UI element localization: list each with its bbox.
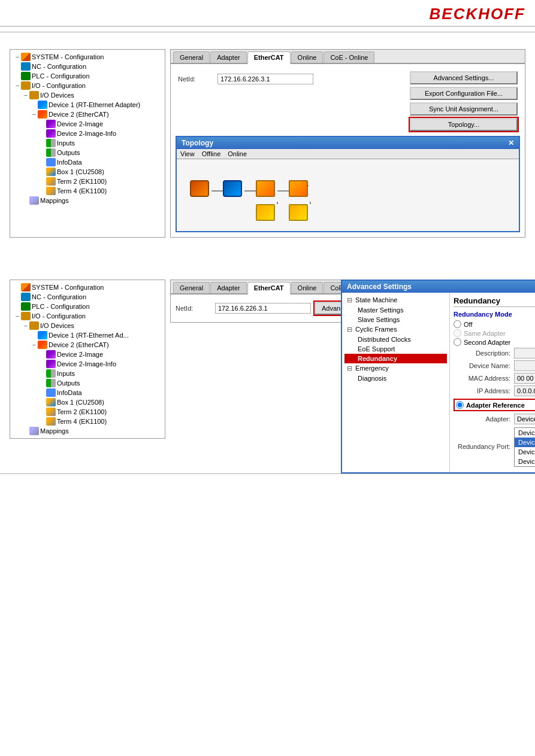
btn-sync-unit-assignment[interactable]: Sync Unit Assignment... <box>410 102 518 116</box>
tree-item-dev1[interactable]: Device 1 (RT-Ethernet Adapter) <box>13 100 162 110</box>
netid-input-1[interactable] <box>217 74 313 84</box>
btn-topology---[interactable]: Topology... <box>410 118 518 131</box>
topology-canvas: ← <box>177 159 519 231</box>
tree-label-nc2: NC - Configuration <box>32 293 162 300</box>
tree-label-inputs: Inputs <box>57 139 162 147</box>
tree-item-box1[interactable]: Box 1 (CU2508) <box>13 167 162 177</box>
tab-ethercat[interactable]: EtherCAT <box>247 51 291 64</box>
btn-export-configuration[interactable]: Export Configuration File... <box>410 87 518 100</box>
tree-label-outputsb: Outputs <box>57 379 162 387</box>
plc-icon <box>21 72 31 80</box>
tree-expander-iodev2[interactable]: − <box>22 322 29 329</box>
tree-item-outputsb[interactable]: Outputs <box>13 378 162 388</box>
field-input-0[interactable] <box>514 348 535 359</box>
topology-close-icon[interactable]: ✕ <box>508 139 514 147</box>
tree-item-box1b[interactable]: Box 1 (CU2508) <box>13 397 162 407</box>
dropdown-item-2[interactable]: Device 1 (RT-Ethernet Adapter) - Port 3 <box>515 447 535 457</box>
field-row-0: Description: <box>454 348 535 359</box>
tree-item-system2[interactable]: SYSTEM - Configuration <box>13 283 162 292</box>
adapter-dropdown[interactable]: Device 1 (RT-Ethernet Adapter) - Port 1D… <box>514 427 535 467</box>
settings-tree-item-slave-settings[interactable]: Slave Settings <box>344 315 447 324</box>
tree-item-dev2imgb[interactable]: Device 2-Image <box>13 350 162 359</box>
tab-adapter[interactable]: Adapter <box>210 51 247 63</box>
tree-item-term4[interactable]: Term 4 (EK1100) <box>13 186 162 196</box>
adapter-ref-label: Adapter Reference <box>466 402 525 409</box>
page-content: −SYSTEM - Configuration NC - Configurati… <box>0 37 535 457</box>
adapter-input[interactable] <box>514 414 535 424</box>
tree-item-plc2[interactable]: PLC - Configuration <box>13 302 162 311</box>
system-icon <box>21 283 31 292</box>
settings-tree-item-eoe-support[interactable]: EoE Support <box>344 344 447 354</box>
tree-expander-iodev[interactable]: − <box>22 92 29 99</box>
dropdown-item-0[interactable]: Device 1 (RT-Ethernet Adapter) - Port 1 <box>515 428 535 438</box>
radio-off[interactable] <box>454 320 461 328</box>
tab-ethercat[interactable]: EtherCAT <box>247 282 291 294</box>
tab-online[interactable]: Online <box>291 51 324 63</box>
tree-item-term2b[interactable]: Term 2 (EK1100) <box>13 407 162 417</box>
netid-input-2[interactable] <box>215 303 311 314</box>
settings-tree-item-distributed-clocks[interactable]: Distributed Clocks <box>344 335 447 344</box>
tree-label-dev2imgb: Device 2-Image <box>57 351 162 358</box>
tree-expander-dev2b[interactable]: − <box>31 341 38 348</box>
tree-expander-io2[interactable]: − <box>14 312 21 320</box>
tree-item-iodev2[interactable]: −I/O Devices <box>13 321 162 330</box>
tab-general[interactable]: General <box>173 51 210 63</box>
settings-tree-item-diagnosis[interactable]: Diagnosis <box>344 374 447 383</box>
settings-tree-item-state-machine[interactable]: ⊟ State Machine <box>344 295 447 305</box>
topology-menu-view[interactable]: View <box>180 150 195 157</box>
tab-online[interactable]: Online <box>291 282 324 293</box>
tree-item-io[interactable]: −I/O - Configuration <box>13 81 162 90</box>
adapter-ref-radio[interactable] <box>456 401 464 409</box>
field-input-2[interactable] <box>514 373 535 384</box>
info-icon <box>46 388 56 397</box>
tree-expander-system[interactable]: − <box>14 53 21 60</box>
tree-expander-io[interactable]: − <box>14 82 21 89</box>
tree-item-dev1b[interactable]: Device 1 (RT-Ethernet Ad... <box>13 330 162 340</box>
tree-item-mappings[interactable]: Mappings <box>13 196 162 205</box>
tree-item-dev2[interactable]: −Device 2 (EtherCAT) <box>13 110 162 119</box>
tree-item-infodata[interactable]: InfoData <box>13 157 162 167</box>
dropdown-item-1[interactable]: Device 1 (RT-Ethernet Adapter) - Port 2 <box>515 438 535 447</box>
topology-menu-offline[interactable]: Offline <box>202 150 221 157</box>
advanced-settings-window: Advanced Settings ✕ ⊟ State Machine Mast… <box>341 280 535 473</box>
radio-same-adapter[interactable] <box>454 329 461 337</box>
tree-item-nc2[interactable]: NC - Configuration <box>13 292 162 302</box>
tree-label-dev2imginf: Device 2-Image-Info <box>57 360 162 368</box>
settings-tree-item-redundancy[interactable]: Redundancy <box>344 354 447 363</box>
settings-tree-item-cyclic-frames[interactable]: ⊟ Cyclic Frames <box>344 324 447 335</box>
tree-item-nc[interactable]: NC - Configuration <box>13 62 162 71</box>
settings-tree-item-emergency[interactable]: ⊟ Emergency <box>344 363 447 374</box>
tree-item-plc[interactable]: PLC - Configuration <box>13 71 162 81</box>
tree-item-io2[interactable]: −I/O - Configuration <box>13 311 162 321</box>
radio-second-adapter[interactable] <box>454 338 461 346</box>
tree-expander-dev2[interactable]: − <box>31 111 38 118</box>
topology-menu-online[interactable]: Online <box>228 150 247 157</box>
tree-item-mappingsb[interactable]: Mappings <box>13 426 162 436</box>
dropdown-item-3[interactable]: Device 1 (RT-Ethernet Adapter) - Port 4 <box>515 457 535 466</box>
tree-label-nc: NC - Configuration <box>32 63 162 70</box>
settings-tree-item-master-settings[interactable]: Master Settings <box>344 305 447 315</box>
tree-item-term2[interactable]: Term 2 (EK1100) <box>13 177 162 186</box>
field-input-1[interactable] <box>514 360 535 371</box>
tree-item-dev2b[interactable]: −Device 2 (EtherCAT) <box>13 340 162 350</box>
tree-item-infodatab[interactable]: InfoData <box>13 388 162 397</box>
tab-adapter[interactable]: Adapter <box>210 282 247 293</box>
tree-item-inputs[interactable]: Inputs <box>13 138 162 148</box>
tree-item-dev2imginfo[interactable]: Device 2-Image-Info <box>13 129 162 138</box>
tree-item-system[interactable]: −SYSTEM - Configuration <box>13 52 162 62</box>
tree-item-term4b[interactable]: Term 4 (EK1100) <box>13 417 162 426</box>
tree-item-outputs[interactable]: Outputs <box>13 148 162 157</box>
nc-icon <box>21 293 31 301</box>
field-input-3[interactable] <box>514 385 535 396</box>
tree-item-iodev[interactable]: −I/O Devices <box>13 90 162 100</box>
io-icon <box>21 312 31 320</box>
netid-row-1: NetId: <box>178 74 406 84</box>
tab-coeonline[interactable]: CoE - Online <box>324 51 374 63</box>
tab-general[interactable]: General <box>173 282 210 293</box>
map-icon <box>29 427 39 435</box>
settings-label-diagnosis: Diagnosis <box>358 375 386 382</box>
tree-item-dev2imginf[interactable]: Device 2-Image-Info <box>13 359 162 369</box>
tree-item-dev2img[interactable]: Device 2-Image <box>13 119 162 129</box>
tree-item-inputsb[interactable]: Inputs <box>13 369 162 378</box>
btn-advanced-settings---[interactable]: Advanced Settings... <box>410 71 518 84</box>
